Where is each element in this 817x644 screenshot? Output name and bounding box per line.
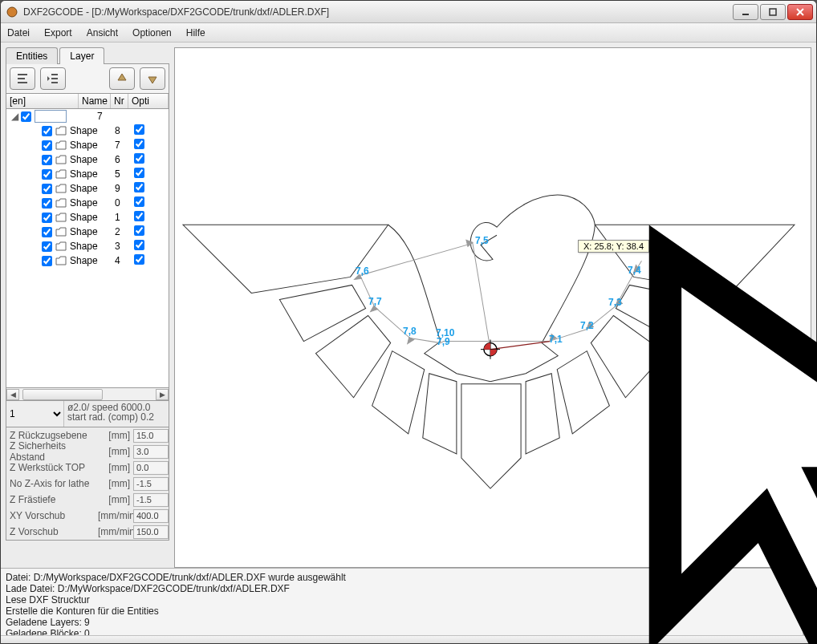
tree-h-scrollbar[interactable]: ◀ ▶ (6, 388, 169, 401)
shape-opt-checkbox[interactable] (134, 168, 144, 178)
param-input[interactable] (133, 477, 169, 491)
shape-enable-checkbox[interactable] (42, 241, 52, 252)
tab-layer[interactable]: Layer (59, 47, 104, 64)
close-button[interactable] (787, 4, 813, 20)
svg-marker-15 (279, 285, 365, 341)
titlebar: DXF2GCODE - [D:/MyWorkspace/DXF2GCODE/tr… (1, 1, 816, 23)
minimize-button[interactable] (733, 4, 758, 20)
shape-row[interactable]: Shape 0 (6, 196, 169, 210)
param-input[interactable] (133, 525, 169, 539)
shape-enable-checkbox[interactable] (42, 256, 52, 266)
shape-name: Shape (70, 154, 115, 165)
param-input[interactable] (133, 445, 169, 459)
shape-nr: 4 (115, 255, 134, 266)
scroll-left-icon[interactable]: ◀ (6, 389, 19, 400)
shape-opt-checkbox[interactable] (134, 139, 144, 149)
shape-enable-checkbox[interactable] (42, 140, 52, 151)
shape-opt-checkbox[interactable] (134, 240, 144, 250)
shape-name: Shape (70, 255, 115, 266)
param-row: XY Vorschub [mm/min] (6, 508, 169, 524)
shape-nr: 5 (115, 168, 134, 180)
tree-header-nr[interactable]: Nr (111, 94, 128, 108)
shape-enable-checkbox[interactable] (42, 169, 52, 180)
svg-marker-17 (372, 351, 425, 434)
shape-nr: 6 (115, 154, 134, 165)
shape-opt-checkbox[interactable] (134, 211, 144, 221)
shape-label: 7,8 (403, 326, 417, 337)
shape-opt-checkbox[interactable] (134, 182, 144, 192)
shape-opt-checkbox[interactable] (134, 153, 144, 164)
param-unit: [mm] (98, 462, 133, 473)
param-label: Z Werkstück TOP (6, 462, 98, 473)
shape-enable-checkbox[interactable] (42, 184, 52, 194)
layer-root-row[interactable]: ◢ 7 (6, 109, 169, 124)
layer-name-input[interactable] (35, 110, 67, 123)
param-input[interactable] (133, 493, 169, 507)
move-down-button[interactable] (140, 67, 165, 90)
param-label: Z Frästiefe (6, 494, 98, 505)
shape-label: 7,9 (437, 336, 450, 347)
shape-row[interactable]: Shape 2 (6, 225, 169, 239)
shape-enable-checkbox[interactable] (42, 227, 52, 237)
svg-line-25 (490, 342, 550, 350)
shape-row[interactable]: Shape 3 (6, 239, 169, 253)
shape-name: Shape (70, 168, 115, 180)
shape-enable-checkbox[interactable] (42, 198, 52, 209)
param-input[interactable] (133, 509, 169, 523)
shape-name: Shape (70, 125, 115, 136)
param-row: Z Werkstück TOP [mm] (6, 460, 169, 476)
drawing-canvas[interactable]: 7,57,67,47,77,37,87,27,107,97,1 X: 25.8;… (174, 47, 811, 568)
shape-row[interactable]: Shape 7 (6, 138, 169, 152)
root-enable-checkbox[interactable] (21, 111, 31, 122)
indent-button[interactable] (40, 67, 66, 90)
tree-header-name[interactable]: Name (79, 94, 111, 108)
menu-export[interactable]: Export (44, 27, 72, 38)
shape-row[interactable]: Shape 9 (6, 181, 169, 196)
tool-select[interactable]: 1 (6, 401, 64, 427)
app-icon (6, 6, 18, 18)
menu-hilfe[interactable]: Hilfe (186, 27, 205, 38)
shape-nr: 2 (115, 226, 134, 237)
shape-nr: 0 (115, 197, 134, 209)
scroll-thumb[interactable] (22, 389, 103, 400)
param-unit: [mm/min] (98, 510, 133, 521)
shape-label: 7,6 (356, 265, 369, 277)
shape-label: 7,5 (475, 235, 489, 246)
shape-row[interactable]: Shape 4 (6, 253, 169, 268)
tab-entities[interactable]: Entities (6, 47, 58, 64)
shape-enable-checkbox[interactable] (42, 213, 52, 223)
scroll-right-icon[interactable]: ▶ (156, 389, 169, 400)
tree-header-opti[interactable]: Opti (128, 94, 169, 108)
param-input[interactable] (133, 461, 169, 475)
param-row: No Z-Axis for lathe [mm] (6, 476, 169, 492)
expand-icon[interactable]: ◢ (11, 111, 21, 122)
menu-datei[interactable]: Datei (7, 27, 30, 38)
param-unit: [mm] (98, 430, 133, 441)
shape-row[interactable]: Shape 1 (6, 210, 169, 225)
shape-name: Shape (70, 140, 115, 151)
shape-row[interactable]: Shape 8 (6, 124, 169, 138)
param-input[interactable] (133, 429, 169, 443)
shape-enable-checkbox[interactable] (42, 126, 52, 136)
shape-row[interactable]: Shape 5 (6, 167, 169, 181)
shape-opt-checkbox[interactable] (134, 124, 144, 135)
param-unit: [mm] (98, 494, 133, 505)
tree-header-en[interactable]: [en] (6, 94, 79, 108)
svg-marker-24 (461, 384, 521, 488)
shape-row[interactable]: Shape 6 (6, 152, 169, 167)
param-label: No Z-Axis for lathe (6, 478, 98, 489)
shape-opt-checkbox[interactable] (134, 254, 144, 265)
shape-opt-checkbox[interactable] (134, 196, 144, 207)
layer-toolbar (6, 63, 169, 94)
shape-nr: 8 (115, 125, 134, 136)
maximize-button[interactable] (760, 4, 786, 20)
shape-name: Shape (70, 241, 115, 252)
shape-name: Shape (70, 212, 115, 223)
shape-opt-checkbox[interactable] (134, 225, 144, 236)
align-left-button[interactable] (10, 67, 35, 90)
shape-nr: 3 (115, 241, 134, 252)
move-up-button[interactable] (109, 67, 135, 90)
menu-ansicht[interactable]: Ansicht (87, 27, 118, 38)
shape-enable-checkbox[interactable] (42, 155, 52, 165)
menu-optionen[interactable]: Optionen (132, 27, 172, 38)
